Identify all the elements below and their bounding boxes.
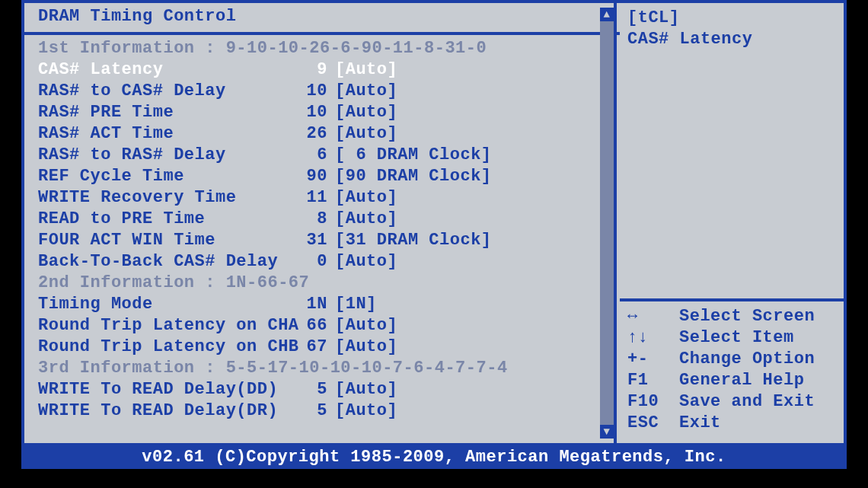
- setting-row[interactable]: WRITE To READ Delay(DR)5[Auto]: [38, 400, 606, 422]
- setting-label: REF Cycle Time: [38, 166, 289, 187]
- setting-row[interactable]: REF Cycle Time90[90 DRAM Clock]: [38, 166, 606, 187]
- scroll-down-icon[interactable]: ▼: [600, 425, 614, 439]
- help-key: F1: [627, 370, 679, 391]
- footer-copyright: v02.61 (C)Copyright 1985-2009, American …: [21, 446, 847, 469]
- setting-label: Back-To-Back CAS# Delay: [38, 251, 289, 273]
- scroll-up-icon[interactable]: ▲: [600, 8, 614, 21]
- setting-option[interactable]: [Auto]: [335, 400, 606, 422]
- help-row: ↔Select Screen: [627, 306, 836, 327]
- info-header-2: 2nd Information : 1N-66-67: [38, 273, 606, 294]
- setting-label: RAS# to RAS# Delay: [38, 145, 289, 166]
- setting-label: Timing Mode: [38, 294, 289, 315]
- help-key: ↑↓: [627, 327, 679, 349]
- bios-screen: DRAM Timing Control 1st Information : 9-…: [21, 0, 847, 446]
- setting-label: READ to PRE Time: [38, 209, 289, 230]
- setting-option[interactable]: [1N]: [335, 294, 606, 315]
- help-row: ESCExit: [627, 413, 836, 434]
- setting-label: WRITE To READ Delay(DR): [38, 400, 289, 422]
- setting-value: 8: [289, 209, 335, 230]
- setting-value: 90: [289, 166, 335, 187]
- setting-value: 0: [289, 251, 335, 273]
- setting-option[interactable]: [Auto]: [335, 251, 606, 273]
- setting-value: 5: [289, 379, 335, 400]
- item-hint-name: CAS# Latency: [627, 29, 836, 50]
- setting-value: 10: [289, 81, 335, 102]
- setting-row[interactable]: WRITE Recovery Time11[Auto]: [38, 187, 606, 209]
- help-text: Change Option: [679, 349, 815, 370]
- setting-row[interactable]: WRITE To READ Delay(DD)5[Auto]: [38, 379, 606, 400]
- setting-label: RAS# to CAS# Delay: [38, 81, 289, 102]
- help-row: +-Change Option: [627, 349, 836, 370]
- setting-label: CAS# Latency: [38, 59, 289, 81]
- setting-row[interactable]: RAS# to RAS# Delay6[ 6 DRAM Clock]: [38, 145, 606, 166]
- setting-value: 9: [289, 59, 335, 81]
- setting-label: RAS# PRE Time: [38, 102, 289, 123]
- page-title: DRAM Timing Control: [38, 6, 606, 29]
- setting-label: WRITE To READ Delay(DD): [38, 379, 289, 400]
- main-panel: DRAM Timing Control 1st Information : 9-…: [24, 3, 614, 443]
- help-key: +-: [627, 349, 679, 370]
- side-panel: [tCL] CAS# Latency ↔Select Screen↑↓Selec…: [617, 3, 844, 443]
- setting-value: 26: [289, 123, 335, 145]
- setting-value: 1N: [289, 294, 335, 315]
- setting-label: FOUR ACT WIN Time: [38, 230, 289, 251]
- info-header-1: 1st Information : 9-10-10-26-6-90-11-8-3…: [38, 38, 606, 59]
- setting-label: RAS# ACT Time: [38, 123, 289, 145]
- setting-option[interactable]: [Auto]: [335, 81, 606, 102]
- info-header-3: 3rd Information : 5-5-17-10-10-10-7-6-4-…: [38, 358, 606, 379]
- setting-row[interactable]: RAS# to CAS# Delay10[Auto]: [38, 81, 606, 102]
- setting-option[interactable]: [Auto]: [335, 336, 606, 358]
- setting-row[interactable]: RAS# PRE Time10[Auto]: [38, 102, 606, 123]
- setting-option[interactable]: [Auto]: [335, 379, 606, 400]
- help-text: Select Screen: [679, 306, 815, 327]
- setting-value: 11: [289, 187, 335, 209]
- help-text: Exit: [679, 413, 721, 434]
- setting-option[interactable]: [Auto]: [335, 209, 606, 230]
- item-hint-code: [tCL]: [627, 8, 836, 29]
- help-key: F10: [627, 391, 679, 413]
- setting-row[interactable]: Back-To-Back CAS# Delay0[Auto]: [38, 251, 606, 273]
- setting-value: 67: [289, 336, 335, 358]
- setting-row[interactable]: CAS# Latency9[Auto]: [38, 59, 606, 81]
- help-text: General Help: [679, 370, 804, 391]
- help-key: ↔: [627, 306, 679, 327]
- setting-row[interactable]: RAS# ACT Time26[Auto]: [38, 123, 606, 145]
- setting-label: Round Trip Latency on CHA: [38, 315, 289, 336]
- setting-option[interactable]: [Auto]: [335, 187, 606, 209]
- setting-row[interactable]: Round Trip Latency on CHB67[Auto]: [38, 336, 606, 358]
- help-row: F10Save and Exit: [627, 391, 836, 413]
- setting-row[interactable]: READ to PRE Time8[Auto]: [38, 209, 606, 230]
- setting-row[interactable]: Timing Mode1N[1N]: [38, 294, 606, 315]
- setting-label: Round Trip Latency on CHB: [38, 336, 289, 358]
- setting-row[interactable]: Round Trip Latency on CHA66[Auto]: [38, 315, 606, 336]
- setting-value: 31: [289, 230, 335, 251]
- setting-option[interactable]: [Auto]: [335, 123, 606, 145]
- key-help-list: ↔Select Screen↑↓Select Item+-Change Opti…: [627, 306, 836, 434]
- setting-value: 6: [289, 145, 335, 166]
- help-text: Save and Exit: [679, 391, 815, 413]
- setting-value: 10: [289, 102, 335, 123]
- setting-option[interactable]: [31 DRAM Clock]: [335, 230, 606, 251]
- setting-value: 5: [289, 400, 335, 422]
- help-text: Select Item: [679, 327, 794, 349]
- divider-horizontal: [24, 32, 620, 35]
- setting-option[interactable]: [ 6 DRAM Clock]: [335, 145, 606, 166]
- help-row: ↑↓Select Item: [627, 327, 836, 349]
- setting-label: WRITE Recovery Time: [38, 187, 289, 209]
- setting-row[interactable]: FOUR ACT WIN Time31[31 DRAM Clock]: [38, 230, 606, 251]
- divider-horizontal: [620, 298, 847, 301]
- help-key: ESC: [627, 413, 679, 434]
- scrollbar[interactable]: ▲ ▼: [600, 8, 614, 439]
- setting-value: 66: [289, 315, 335, 336]
- setting-option[interactable]: [90 DRAM Clock]: [335, 166, 606, 187]
- setting-option[interactable]: [Auto]: [335, 59, 606, 81]
- setting-option[interactable]: [Auto]: [335, 315, 606, 336]
- setting-option[interactable]: [Auto]: [335, 102, 606, 123]
- help-row: F1General Help: [627, 370, 836, 391]
